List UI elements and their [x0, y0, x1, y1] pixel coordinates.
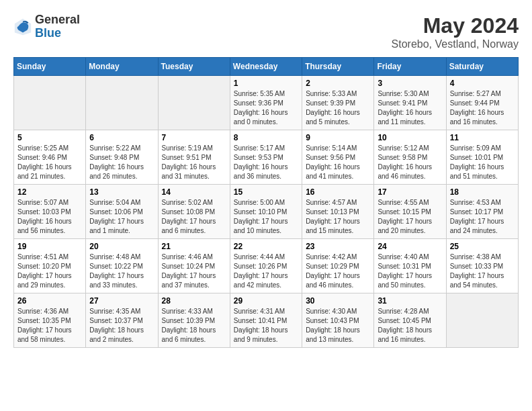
day-info: Sunrise: 4:57 AM Sunset: 10:13 PM Daylig… [306, 198, 370, 236]
day-info: Sunrise: 5:35 AM Sunset: 9:36 PM Dayligh… [234, 89, 298, 127]
calendar-table: Sunday Monday Tuesday Wednesday Thursday… [13, 57, 519, 348]
calendar-cell: 21Sunrise: 4:46 AM Sunset: 10:24 PM Dayl… [158, 239, 230, 293]
day-number: 3 [378, 79, 442, 88]
calendar-cell: 11Sunrise: 5:09 AM Sunset: 10:01 PM Dayl… [446, 130, 518, 185]
day-info: Sunrise: 5:25 AM Sunset: 9:46 PM Dayligh… [17, 144, 82, 181]
day-number: 17 [378, 187, 442, 197]
header-saturday: Saturday [446, 58, 518, 76]
day-info: Sunrise: 5:07 AM Sunset: 10:03 PM Daylig… [17, 198, 82, 236]
day-info: Sunrise: 4:33 AM Sunset: 10:39 PM Daylig… [162, 307, 226, 345]
day-info: Sunrise: 4:53 AM Sunset: 10:17 PM Daylig… [450, 198, 515, 236]
header-row: Sunday Monday Tuesday Wednesday Thursday… [14, 58, 519, 76]
calendar-body: 1Sunrise: 5:35 AM Sunset: 9:36 PM Daylig… [14, 76, 519, 348]
calendar-cell: 12Sunrise: 5:07 AM Sunset: 10:03 PM Dayl… [14, 185, 86, 239]
day-number: 22 [234, 242, 298, 251]
day-number: 30 [306, 296, 370, 306]
day-info: Sunrise: 5:09 AM Sunset: 10:01 PM Daylig… [450, 144, 515, 181]
day-info: Sunrise: 4:36 AM Sunset: 10:35 PM Daylig… [17, 307, 82, 345]
day-info: Sunrise: 4:42 AM Sunset: 10:29 PM Daylig… [306, 253, 370, 290]
calendar-cell: 6Sunrise: 5:22 AM Sunset: 9:48 PM Daylig… [86, 130, 158, 185]
day-number: 12 [17, 187, 82, 197]
day-number: 18 [450, 187, 515, 197]
calendar-cell: 17Sunrise: 4:55 AM Sunset: 10:15 PM Dayl… [374, 185, 446, 239]
calendar-cell: 29Sunrise: 4:31 AM Sunset: 10:41 PM Dayl… [230, 293, 302, 348]
calendar-cell: 28Sunrise: 4:33 AM Sunset: 10:39 PM Dayl… [158, 293, 230, 348]
page-header: General Blue May 2024 Storebo, Vestland,… [13, 13, 519, 50]
calendar-week-1: 1Sunrise: 5:35 AM Sunset: 9:36 PM Daylig… [14, 76, 519, 130]
calendar-header: Sunday Monday Tuesday Wednesday Thursday… [14, 58, 519, 76]
day-number: 24 [378, 242, 442, 251]
calendar-cell: 4Sunrise: 5:27 AM Sunset: 9:44 PM Daylig… [446, 76, 518, 130]
day-number: 9 [306, 133, 370, 142]
calendar-cell: 13Sunrise: 5:04 AM Sunset: 10:06 PM Dayl… [86, 185, 158, 239]
day-info: Sunrise: 5:19 AM Sunset: 9:51 PM Dayligh… [162, 144, 226, 181]
day-info: Sunrise: 4:31 AM Sunset: 10:41 PM Daylig… [234, 307, 298, 345]
logo-icon [13, 17, 32, 36]
day-number: 2 [306, 79, 370, 88]
day-info: Sunrise: 5:22 AM Sunset: 9:48 PM Dayligh… [89, 144, 154, 181]
calendar-cell: 22Sunrise: 4:44 AM Sunset: 10:26 PM Dayl… [230, 239, 302, 293]
day-number: 8 [234, 133, 298, 142]
calendar-cell: 27Sunrise: 4:35 AM Sunset: 10:37 PM Dayl… [86, 293, 158, 348]
day-info: Sunrise: 5:12 AM Sunset: 9:58 PM Dayligh… [378, 144, 442, 181]
calendar-week-5: 26Sunrise: 4:36 AM Sunset: 10:35 PM Dayl… [14, 293, 519, 348]
day-number: 7 [162, 133, 226, 142]
day-info: Sunrise: 5:14 AM Sunset: 9:56 PM Dayligh… [306, 144, 370, 181]
calendar-cell: 18Sunrise: 4:53 AM Sunset: 10:17 PM Dayl… [446, 185, 518, 239]
logo-blue-text: Blue [35, 27, 80, 40]
calendar-cell: 7Sunrise: 5:19 AM Sunset: 9:51 PM Daylig… [158, 130, 230, 185]
calendar-cell: 16Sunrise: 4:57 AM Sunset: 10:13 PM Dayl… [302, 185, 374, 239]
calendar-cell: 19Sunrise: 4:51 AM Sunset: 10:20 PM Dayl… [14, 239, 86, 293]
title-area: May 2024 Storebo, Vestland, Norway [392, 13, 519, 50]
header-monday: Monday [86, 58, 158, 76]
day-info: Sunrise: 4:46 AM Sunset: 10:24 PM Daylig… [162, 253, 226, 290]
calendar-cell: 24Sunrise: 4:40 AM Sunset: 10:31 PM Dayl… [374, 239, 446, 293]
day-info: Sunrise: 4:48 AM Sunset: 10:22 PM Daylig… [89, 253, 154, 290]
day-number: 29 [234, 296, 298, 306]
header-sunday: Sunday [14, 58, 86, 76]
header-thursday: Thursday [302, 58, 374, 76]
calendar-cell [86, 76, 158, 130]
calendar-title: May 2024 [392, 13, 519, 38]
day-number: 27 [89, 296, 154, 306]
day-number: 13 [89, 187, 154, 197]
logo-general-text: General [35, 13, 80, 27]
day-number: 31 [378, 296, 442, 306]
day-number: 11 [450, 133, 515, 142]
calendar-cell: 14Sunrise: 5:02 AM Sunset: 10:08 PM Dayl… [158, 185, 230, 239]
calendar-cell: 1Sunrise: 5:35 AM Sunset: 9:36 PM Daylig… [230, 76, 302, 130]
calendar-week-4: 19Sunrise: 4:51 AM Sunset: 10:20 PM Dayl… [14, 239, 519, 293]
day-info: Sunrise: 4:38 AM Sunset: 10:33 PM Daylig… [450, 253, 515, 290]
day-number: 26 [17, 296, 82, 306]
calendar-cell: 31Sunrise: 4:28 AM Sunset: 10:45 PM Dayl… [374, 293, 446, 348]
calendar-cell: 5Sunrise: 5:25 AM Sunset: 9:46 PM Daylig… [14, 130, 86, 185]
logo-text: General Blue [35, 13, 80, 40]
header-tuesday: Tuesday [158, 58, 230, 76]
day-number: 16 [306, 187, 370, 197]
day-number: 23 [306, 242, 370, 251]
day-number: 25 [450, 242, 515, 251]
day-info: Sunrise: 4:30 AM Sunset: 10:43 PM Daylig… [306, 307, 370, 345]
calendar-week-2: 5Sunrise: 5:25 AM Sunset: 9:46 PM Daylig… [14, 130, 519, 185]
day-info: Sunrise: 5:33 AM Sunset: 9:39 PM Dayligh… [306, 89, 370, 127]
calendar-subtitle: Storebo, Vestland, Norway [392, 38, 519, 50]
calendar-cell: 8Sunrise: 5:17 AM Sunset: 9:53 PM Daylig… [230, 130, 302, 185]
day-number: 21 [162, 242, 226, 251]
calendar-cell: 25Sunrise: 4:38 AM Sunset: 10:33 PM Dayl… [446, 239, 518, 293]
day-number: 1 [234, 79, 298, 88]
day-info: Sunrise: 4:51 AM Sunset: 10:20 PM Daylig… [17, 253, 82, 290]
logo: General Blue [13, 13, 80, 40]
day-number: 28 [162, 296, 226, 306]
day-number: 10 [378, 133, 442, 142]
calendar-cell: 26Sunrise: 4:36 AM Sunset: 10:35 PM Dayl… [14, 293, 86, 348]
day-info: Sunrise: 4:28 AM Sunset: 10:45 PM Daylig… [378, 307, 442, 345]
day-info: Sunrise: 4:35 AM Sunset: 10:37 PM Daylig… [89, 307, 154, 345]
day-info: Sunrise: 5:02 AM Sunset: 10:08 PM Daylig… [162, 198, 226, 236]
calendar-cell [158, 76, 230, 130]
calendar-cell: 20Sunrise: 4:48 AM Sunset: 10:22 PM Dayl… [86, 239, 158, 293]
day-number: 19 [17, 242, 82, 251]
day-info: Sunrise: 4:55 AM Sunset: 10:15 PM Daylig… [378, 198, 442, 236]
calendar-cell: 3Sunrise: 5:30 AM Sunset: 9:41 PM Daylig… [374, 76, 446, 130]
day-info: Sunrise: 5:04 AM Sunset: 10:06 PM Daylig… [89, 198, 154, 236]
calendar-cell: 2Sunrise: 5:33 AM Sunset: 9:39 PM Daylig… [302, 76, 374, 130]
